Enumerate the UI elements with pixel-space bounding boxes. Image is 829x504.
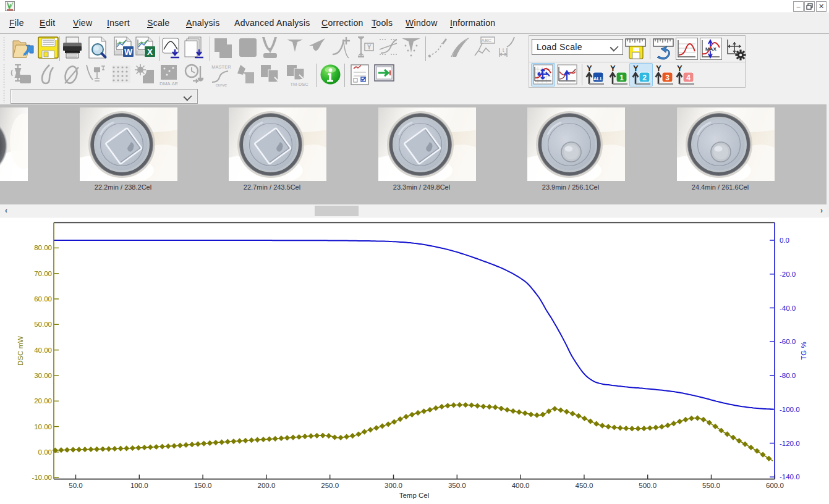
- svg-text:0.0: 0.0: [780, 237, 789, 244]
- svg-text:1: 1: [619, 74, 624, 82]
- svg-text:-60.0: -60.0: [780, 338, 796, 345]
- svg-text:Y: Y: [677, 64, 682, 73]
- svg-text:200.0: 200.0: [258, 482, 276, 489]
- svg-text:-120.0: -120.0: [780, 440, 800, 447]
- svg-text:10.00: 10.00: [34, 423, 52, 430]
- svg-text:150.0: 150.0: [194, 482, 212, 489]
- svg-text:-80.0: -80.0: [780, 372, 796, 379]
- svg-text:DMA ΔE: DMA ΔE: [159, 81, 178, 86]
- svg-text:-140.0: -140.0: [780, 473, 800, 481]
- svg-text:100.0: 100.0: [130, 482, 148, 489]
- svg-text:450.0: 450.0: [576, 482, 593, 489]
- svg-text:MAX: MAX: [705, 46, 716, 52]
- svg-text:400.0: 400.0: [512, 482, 530, 489]
- svg-text:Y: Y: [587, 64, 592, 73]
- svg-text:-40.0: -40.0: [780, 304, 796, 312]
- svg-text:curve: curve: [216, 82, 227, 87]
- svg-text:Y: Y: [367, 44, 372, 51]
- svg-text:80.00: 80.00: [34, 244, 52, 251]
- svg-text:-20.0: -20.0: [780, 271, 796, 278]
- svg-text:300.0: 300.0: [385, 482, 402, 489]
- svg-text:600.0: 600.0: [766, 482, 784, 489]
- svg-text:550.0: 550.0: [702, 482, 720, 489]
- svg-text:50.0: 50.0: [69, 482, 82, 489]
- svg-text:350.0: 350.0: [448, 482, 466, 489]
- svg-text:30.00: 30.00: [34, 372, 52, 379]
- svg-text:3: 3: [665, 74, 670, 82]
- svg-text:0.00: 0.00: [38, 448, 52, 456]
- svg-text:Y: Y: [610, 64, 616, 73]
- svg-text:W: W: [124, 47, 133, 57]
- svg-text:Y: Y: [656, 64, 661, 73]
- svg-text:4: 4: [686, 74, 691, 82]
- svg-text:ALL: ALL: [593, 76, 603, 82]
- svg-text:60.00: 60.00: [34, 295, 52, 303]
- svg-text:-10.00: -10.00: [32, 474, 52, 481]
- svg-text:X: X: [147, 47, 153, 57]
- svg-text:DSC mW: DSC mW: [17, 336, 24, 366]
- svg-text:70.00: 70.00: [34, 270, 52, 277]
- svg-text:TG %: TG %: [800, 342, 807, 359]
- svg-text:50.00: 50.00: [34, 321, 52, 328]
- svg-text:500.0: 500.0: [639, 482, 657, 489]
- svg-text:Y: Y: [633, 64, 639, 73]
- svg-text:t: t: [503, 47, 504, 53]
- svg-text:MASTER: MASTER: [211, 64, 231, 70]
- svg-text:20.00: 20.00: [34, 397, 52, 405]
- svg-text:Temp Cel: Temp Cel: [399, 492, 430, 499]
- svg-text:TM-DSC: TM-DSC: [290, 82, 308, 87]
- svg-text:250.0: 250.0: [321, 482, 339, 489]
- svg-text:40.00: 40.00: [34, 346, 52, 354]
- svg-text:-100.0: -100.0: [780, 406, 800, 413]
- svg-text:2: 2: [642, 74, 647, 82]
- svg-text:ABC_: ABC_: [482, 38, 495, 43]
